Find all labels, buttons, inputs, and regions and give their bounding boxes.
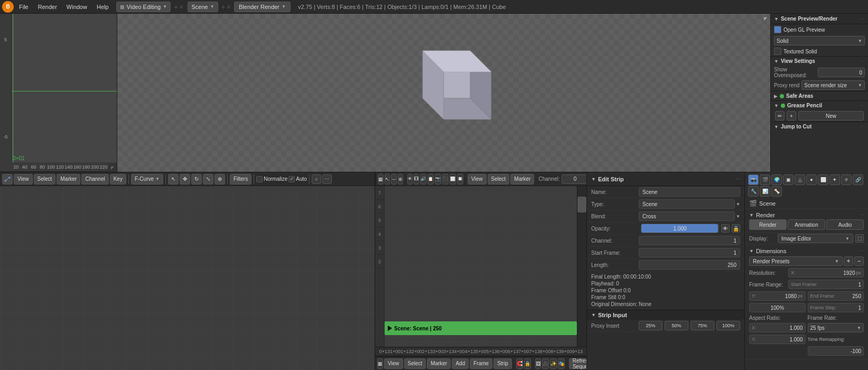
seq-icon9[interactable]: 📷 <box>435 174 441 184</box>
solid-dropdown[interactable]: Solid ▼ <box>774 36 865 45</box>
marker-menu-fcurve[interactable]: Marker <box>57 174 80 184</box>
overexposed-val[interactable]: 0 <box>818 68 865 77</box>
modifiers-tab[interactable]: 🔧 <box>748 186 759 197</box>
workspace-selector[interactable]: ▦ Video Editing ▼ <box>116 2 171 12</box>
channel-val-seq[interactable]: 0 <box>562 174 588 184</box>
percent-field[interactable]: 100% <box>749 303 806 312</box>
scene-tab-icon[interactable]: 🎬 <box>760 174 770 185</box>
es-type-val[interactable]: Scene <box>639 199 735 209</box>
zoom-icon-btn[interactable]: ⊕ <box>214 174 225 184</box>
time-remap-field[interactable]: -100 <box>808 346 864 356</box>
pencil-btn[interactable]: ✏ <box>775 111 785 121</box>
proxy-rend-dropdown[interactable]: Scene render size ▼ <box>801 80 865 90</box>
view-menu-fcurve[interactable]: View <box>14 174 33 184</box>
frame-menu-bot[interactable]: Frame <box>470 358 492 369</box>
proxy-25-btn[interactable]: 25% <box>639 321 662 330</box>
snap-icon[interactable]: 🧲 <box>516 358 523 369</box>
framerate-field[interactable]: 25 fps ▼ <box>808 323 864 332</box>
seq-icon8[interactable]: 📋 <box>427 174 434 184</box>
marker-menu-bot[interactable]: Marker <box>427 358 451 369</box>
res-x-field[interactable]: X: 1920 px <box>788 268 864 278</box>
channel-menu-fcurve[interactable]: Channel <box>81 174 108 184</box>
object-tab[interactable]: ▣ <box>783 174 794 185</box>
seq-icon3[interactable]: ↔ <box>391 174 397 184</box>
select-menu-fcurve[interactable]: Select <box>34 174 56 184</box>
render-engine-btn[interactable]: Blender Render ▼ <box>234 2 291 12</box>
seq-icon5[interactable]: 👁 <box>407 174 413 184</box>
edit-strip-max[interactable]: ⋯ <box>735 177 740 182</box>
view-btn-seq[interactable]: View <box>468 174 487 184</box>
select-menu-bot[interactable]: Select <box>404 358 426 369</box>
seq-icon-bot1[interactable]: ▦ <box>377 358 383 369</box>
camera-tab[interactable]: 📷 <box>748 174 759 185</box>
menu-help[interactable]: Help <box>92 3 113 11</box>
cursor-icon-btn[interactable]: ↖ <box>168 174 179 184</box>
opacity-eye[interactable]: 👁 <box>721 224 730 233</box>
view-menu-bot[interactable]: View <box>384 358 403 369</box>
menu-file[interactable]: File <box>15 3 33 11</box>
frame-step-field[interactable]: Frame Step: 1 <box>808 303 864 312</box>
opengl-checkbox[interactable] <box>774 26 781 33</box>
menu-render[interactable]: Render <box>34 3 61 11</box>
viewport-corner[interactable]: ◤ <box>762 15 769 22</box>
es-opacity-slider[interactable]: 1.000 <box>641 224 719 233</box>
vscroll-thumb[interactable] <box>577 197 586 212</box>
bone-tab[interactable]: 🦴 <box>771 186 782 197</box>
es-channel-val[interactable]: 1 <box>639 236 740 245</box>
aspect-x-field[interactable]: X: 1.000 <box>749 323 806 332</box>
particles-tab[interactable]: ✦ <box>829 174 840 185</box>
material-tab[interactable]: ● <box>806 174 817 185</box>
presets-plus-btn[interactable]: + <box>844 256 853 266</box>
proxy-75-btn[interactable]: 75% <box>690 321 714 330</box>
mode-btn[interactable]: F-Curve ▼ <box>131 174 163 184</box>
seq-icon4[interactable]: ⊕ <box>398 174 403 184</box>
es-start-val[interactable]: 1 <box>639 248 740 257</box>
res-y-field[interactable]: Y: 1080 px <box>749 291 806 301</box>
world-tab[interactable]: 🌍 <box>771 174 782 185</box>
scene-strip[interactable]: Scene: Scene | 250 <box>385 321 577 335</box>
new-grease-btn[interactable]: New <box>798 111 864 121</box>
video-icon-bot[interactable]: 🎥 <box>542 358 549 369</box>
display-val[interactable]: Image Editor ▼ <box>778 234 853 243</box>
seq-icon6[interactable]: 🎞 <box>414 174 419 184</box>
render-tab-render[interactable]: Render <box>749 219 787 230</box>
seq-icon10[interactable]: ⬛ <box>442 174 449 184</box>
opacity-lock[interactable]: 🔒 <box>732 224 740 233</box>
proxy-100-btn[interactable]: 100% <box>716 321 740 330</box>
presets-minus-btn[interactable]: − <box>854 256 864 266</box>
proxy-50-btn[interactable]: 50% <box>665 321 688 330</box>
es-blend-val[interactable]: Cross <box>639 211 735 221</box>
filters-btn[interactable]: Filters <box>230 174 251 184</box>
aspect-y-field[interactable]: Y: 1.000 <box>749 335 806 344</box>
circle-icon[interactable]: ○ <box>312 174 321 184</box>
seq-icon2[interactable]: ↖ <box>385 174 390 184</box>
plus-btn[interactable]: + <box>787 111 796 121</box>
render-presets-dropdown[interactable]: Render Presets ▼ <box>749 256 843 266</box>
move-icon-btn[interactable]: ✥ <box>180 174 190 184</box>
normalize-check[interactable] <box>256 176 263 182</box>
strip-menu-bot[interactable]: Strip <box>493 358 512 369</box>
lock-icon-bot[interactable]: 🔒 <box>524 358 531 369</box>
es-length-val[interactable]: 250 <box>639 260 740 270</box>
seq-icon7[interactable]: 🔊 <box>420 174 426 184</box>
key-menu-fcurve[interactable]: Key <box>110 174 126 184</box>
menu-window[interactable]: Window <box>62 3 91 11</box>
render-tab-anim[interactable]: Animation <box>788 219 825 230</box>
texture-tab[interactable]: ⬜ <box>818 174 828 185</box>
rotate-icon-btn[interactable]: ↻ <box>191 174 202 184</box>
data-tab[interactable]: 📊 <box>760 186 770 197</box>
display-ext-icon[interactable]: ⬚ <box>855 234 864 243</box>
seq-icon1[interactable]: ▦ <box>378 174 384 184</box>
marker-btn-seq[interactable]: Marker <box>510 174 534 184</box>
effect-icon-bot[interactable]: ✨ <box>550 358 557 369</box>
es-name-val[interactable]: Scene <box>639 187 740 197</box>
img-icon-bot[interactable]: 🖼 <box>535 358 541 369</box>
resize-handle[interactable]: ◤ <box>108 163 117 172</box>
physics-tab[interactable]: ⚛ <box>841 174 852 185</box>
auto-check[interactable]: ✓ <box>288 176 295 182</box>
scene-selector[interactable]: Scene ▼ <box>188 2 218 12</box>
start-frame-field[interactable]: Start Frame: 1 <box>788 280 864 289</box>
select-btn-seq[interactable]: Select <box>488 174 510 184</box>
scale-icon-btn[interactable]: ⤡ <box>203 174 213 184</box>
constraints-tab[interactable]: 🔗 <box>853 174 863 185</box>
